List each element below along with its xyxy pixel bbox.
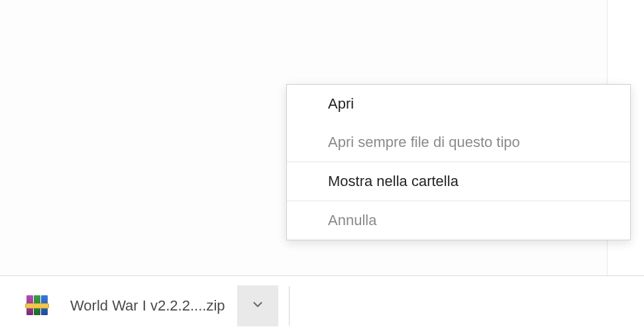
download-options-button[interactable]	[237, 285, 278, 326]
menu-open[interactable]: Apri	[287, 85, 630, 123]
menu-always-open-file-type: Apri sempre file di questo tipo	[287, 123, 630, 162]
menu-cancel[interactable]: Annulla	[287, 201, 630, 240]
archive-file-icon	[25, 294, 54, 318]
download-filename: World War I v2.2.2....zip	[70, 297, 225, 314]
download-context-menu: Apri Apri sempre file di questo tipo Mos…	[286, 84, 631, 240]
download-item[interactable]: World War I v2.2.2....zip	[25, 294, 225, 318]
chevron-down-icon	[250, 297, 265, 314]
menu-show-in-folder[interactable]: Mostra nella cartella	[287, 162, 630, 201]
shelf-separator	[289, 286, 290, 326]
download-shelf: World War I v2.2.2....zip	[0, 275, 644, 335]
